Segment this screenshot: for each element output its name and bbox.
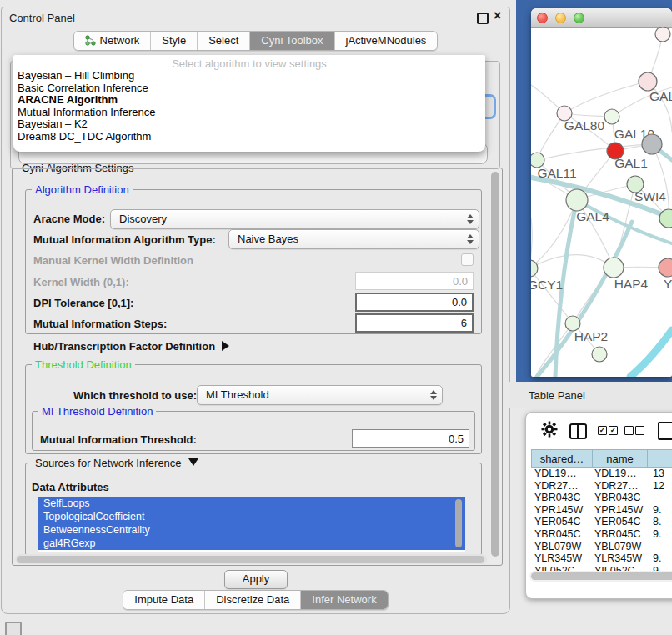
- node-label-hap4: HAP4: [614, 277, 649, 291]
- split-columns-icon[interactable]: [569, 423, 587, 439]
- algorithm-option[interactable]: ARACNE Algorithm: [13, 94, 485, 107]
- node-gray[interactable]: [642, 134, 662, 154]
- table-hscrollbar-thumb[interactable]: [531, 572, 672, 580]
- network-edge[interactable]: [564, 82, 648, 113]
- algorithm-option[interactable]: Basic Correlation Inference: [13, 82, 485, 95]
- algorithm-option[interactable]: Bayesian – Hill Climbing: [13, 70, 485, 82]
- table-row[interactable]: YER054CYER054C8.: [531, 516, 672, 528]
- threshold-definition-title: Threshold Definition: [32, 358, 135, 371]
- mi-threshold-group-title: MI Threshold Definition: [38, 405, 156, 418]
- float-panel-icon[interactable]: [477, 12, 489, 24]
- table-cell: YER054C: [531, 516, 593, 528]
- table-panel-title: Table Panel: [529, 389, 585, 402]
- node-salmon[interactable]: [659, 258, 672, 277]
- table-row[interactable]: YPR145WYPR145W9.: [531, 504, 672, 517]
- table-hscrollbar-track[interactable]: [529, 571, 672, 582]
- table-toolbar: ✓ ✓: [526, 412, 672, 448]
- column-header[interactable]: [648, 449, 672, 468]
- table-cell: 9.: [648, 552, 672, 565]
- document-icon[interactable]: [658, 422, 672, 440]
- hub-section-toggle[interactable]: Hub/Transcription Factor Definition: [33, 340, 229, 352]
- algorithm-option[interactable]: Bayesian – K2: [13, 118, 485, 131]
- mi-threshold-field[interactable]: 0.5: [352, 429, 469, 448]
- table-cell: YER054C: [593, 516, 648, 528]
- node-label-gal: GAL: [649, 89, 672, 103]
- unchecked-checkbox-icon[interactable]: [635, 426, 644, 435]
- attribute-item[interactable]: BetweennessCentrality: [38, 523, 465, 537]
- attribute-item[interactable]: SelfLoops: [38, 497, 465, 510]
- node-hap4[interactable]: [604, 258, 624, 278]
- collapse-arrow-icon[interactable]: [188, 458, 198, 466]
- aracne-mode-combo[interactable]: Discovery: [110, 209, 479, 229]
- dpi-tolerance-field[interactable]: 0.0: [355, 292, 474, 312]
- tab-select[interactable]: Select: [198, 32, 250, 50]
- mi-steps-field[interactable]: 6: [355, 313, 474, 332]
- network-edge[interactable]: [537, 113, 564, 160]
- node-bottom-partial[interactable]: [592, 347, 607, 362]
- algorithm-option[interactable]: Mutual Information Inference: [13, 107, 485, 119]
- network-edge[interactable]: [531, 268, 573, 323]
- table-cell: 12: [648, 480, 672, 492]
- expand-arrow-icon[interactable]: [222, 341, 229, 351]
- tab-jactivemnodules[interactable]: jActiveMNodules: [335, 32, 438, 50]
- node-top-partial[interactable]: [655, 27, 670, 42]
- network-window-titlebar[interactable]: [531, 8, 672, 28]
- which-threshold-combo[interactable]: MI Threshold: [197, 385, 443, 405]
- node-label-gal1: GAL1: [614, 156, 648, 170]
- settings-hscrollbar-thumb[interactable]: [17, 556, 484, 563]
- table-row[interactable]: YLR345WYLR345W9.: [531, 552, 672, 565]
- kernel-width-field[interactable]: 0.0: [355, 272, 474, 290]
- unchecked-checkbox-icon[interactable]: [624, 426, 634, 435]
- dpi-tolerance-label: DPI Tolerance [0,1]:: [33, 297, 133, 309]
- sources-title[interactable]: Sources for Network Inference: [32, 457, 202, 469]
- table-cell: YLR345W: [593, 552, 648, 565]
- table-cell: YDL19…: [593, 468, 648, 480]
- checked-checkbox-icon[interactable]: ✓: [598, 426, 607, 435]
- which-threshold-value: MI Threshold: [198, 386, 442, 403]
- network-edge[interactable]: [531, 255, 614, 268]
- table-row[interactable]: YDL19…YDL19…13: [531, 468, 672, 480]
- stepper-arrows-icon: [467, 230, 474, 248]
- algorithm-option[interactable]: Dream8 DC_TDC Algorithm: [13, 131, 485, 143]
- table-cell: [648, 541, 672, 553]
- attribute-item[interactable]: gal4RGexp: [38, 537, 465, 550]
- zoom-window-icon[interactable]: [574, 12, 584, 23]
- checked-checkbox-icon[interactable]: ✓: [609, 426, 618, 435]
- node-gal10[interactable]: [604, 109, 619, 124]
- table-cell: YDL19…: [531, 468, 593, 480]
- table-cell: YLR345W: [531, 552, 593, 565]
- bottom-tab-infer-network[interactable]: Infer Network: [301, 591, 387, 609]
- column-header[interactable]: shared…: [531, 449, 593, 468]
- node-gal-cut[interactable]: [639, 72, 657, 91]
- table-cell: YBL079W: [593, 541, 648, 553]
- manual-kernel-label: Manual Kernel Width Definition: [33, 254, 193, 267]
- attribute-item[interactable]: TopologicalCoefficient: [38, 510, 465, 523]
- tab-cyni-toolbox[interactable]: Cyni Toolbox: [250, 32, 334, 50]
- close-panel-icon[interactable]: ×: [494, 8, 501, 23]
- mi-algorithm-type-combo[interactable]: Naive Bayes: [228, 229, 479, 249]
- attributes-scrollbar-thumb[interactable]: [455, 499, 462, 548]
- table-row[interactable]: YBL079WYBL079W: [531, 541, 672, 553]
- node-gal4[interactable]: [566, 189, 588, 211]
- table-row[interactable]: YBR045CYBR045C9.: [531, 528, 672, 541]
- node-label-gal4: GAL4: [576, 209, 609, 223]
- network-edge[interactable]: [537, 222, 632, 377]
- bottom-tab-bar: Impute DataDiscretize DataInfer Network: [123, 590, 388, 610]
- gear-icon[interactable]: [541, 421, 558, 438]
- tab-style[interactable]: Style: [151, 32, 198, 50]
- table-row[interactable]: YBR043CYBR043C: [531, 492, 672, 504]
- close-window-icon[interactable]: [537, 12, 548, 23]
- collapsed-panel-icon[interactable]: [5, 622, 22, 635]
- bottom-tab-label: Impute Data: [134, 593, 193, 606]
- bottom-tab-impute-data[interactable]: Impute Data: [123, 591, 205, 609]
- bottom-tab-discretize-data[interactable]: Discretize Data: [205, 591, 301, 609]
- table-row[interactable]: YDR27…YDR27…12: [531, 480, 672, 492]
- apply-button[interactable]: Apply: [224, 570, 288, 589]
- manual-kernel-checkbox[interactable]: [461, 253, 474, 266]
- network-canvas[interactable]: GALGAL80GAL10GAL1GAL11SWI4GAL4GCY1HAP4YH…: [531, 27, 672, 377]
- settings-scrollbar-thumb[interactable]: [491, 172, 499, 557]
- tab-network[interactable]: Network: [74, 32, 152, 50]
- column-header[interactable]: name: [593, 449, 648, 468]
- minimize-window-icon[interactable]: [555, 12, 566, 23]
- network-edge[interactable]: [630, 330, 672, 377]
